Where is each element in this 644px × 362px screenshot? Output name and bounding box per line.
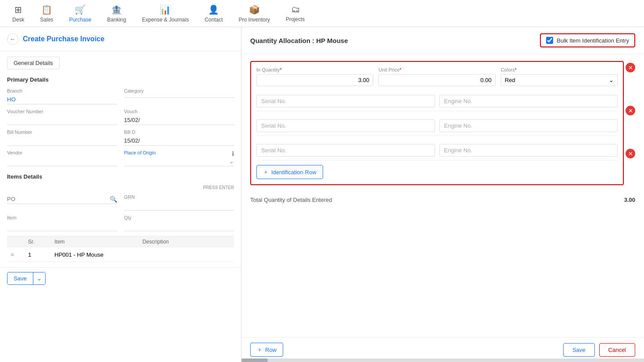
save-split-button[interactable]: Save ⌄ [7, 272, 46, 285]
item-field[interactable]: Item [7, 215, 117, 231]
vouch-date-field: Vouch 15/02/ [124, 109, 234, 125]
item-label: Item [7, 215, 117, 220]
nav-banking[interactable]: 🏦 Banking [99, 0, 134, 27]
modal-title: Quantity Allocation : HP Mouse [250, 37, 348, 44]
bill-date-label: Bill D [124, 129, 234, 135]
total-value: 3.00 [624, 197, 635, 203]
category-label: Category [124, 88, 234, 93]
add-row-plus-icon: ＋ [257, 346, 263, 354]
qty-input[interactable] [124, 222, 234, 231]
expense-icon: 📊 [160, 4, 171, 15]
modal-body: In Quantity* Unit Price* [241, 54, 644, 337]
modal-cancel-button[interactable]: Cancel [599, 343, 635, 357]
place-of-origin-field[interactable]: Place of Origin ⌄ ℹ [124, 150, 234, 166]
id-row-3 [256, 140, 618, 161]
qty-field[interactable]: Qty [124, 215, 234, 231]
qty-label: Qty [124, 215, 234, 220]
serial-no-input-3[interactable] [256, 144, 435, 157]
alloc-top-row: In Quantity* Unit Price* [256, 67, 618, 86]
bill-date-value: 15/02/ [124, 136, 234, 146]
grn-field[interactable]: GRN [124, 194, 234, 211]
col-drag [11, 239, 28, 245]
in-quantity-input[interactable] [256, 74, 373, 86]
top-navigation: ⊞ Desk 📋 Sales 🛒 Purchase 🏦 Banking 📊 Ex… [0, 0, 644, 27]
items-details-title: Items Details [7, 173, 234, 180]
colors-value: Red [505, 77, 515, 83]
horizontal-scrollbar[interactable] [241, 358, 644, 362]
colors-label: Colors* [501, 67, 618, 72]
place-of-origin-label: Place of Origin [124, 150, 234, 155]
bulk-item-identification-checkbox[interactable] [546, 37, 553, 44]
nav-desk[interactable]: ⊞ Desk [4, 0, 32, 27]
colors-caret-icon: ⌄ [609, 77, 614, 83]
close-row-1-button[interactable]: ✕ [626, 63, 635, 72]
page-header: ← Create Purchase Invoice [0, 27, 241, 51]
id-row-2 [256, 116, 618, 136]
grn-input[interactable] [124, 201, 234, 211]
footer-actions: Save Cancel [563, 343, 635, 357]
col-sr: Sr. [28, 239, 54, 245]
plus-icon: ＋ [263, 168, 269, 176]
row-item: HP001 - HP Mouse [54, 251, 143, 258]
nav-projects[interactable]: 🗂 Projects [278, 0, 313, 27]
colors-select[interactable]: Red ⌄ [501, 74, 618, 86]
engine-no-input-1[interactable] [439, 95, 618, 108]
projects-icon: 🗂 [291, 4, 300, 14]
voucher-number-input[interactable] [7, 115, 117, 125]
po-field[interactable]: 🔍 [7, 194, 117, 211]
total-row: Total Quantity of Details Entered 3.00 [250, 192, 635, 208]
bill-date-field: Bill D 15/02/ [124, 129, 234, 146]
close-row-2-button[interactable]: ✕ [626, 106, 635, 115]
page-title: Create Purchase Invoice [23, 35, 104, 43]
in-quantity-field: In Quantity* [256, 67, 373, 86]
po-search-icon[interactable]: 🔍 [110, 196, 117, 203]
drag-handle-icon[interactable]: ≡ [11, 251, 28, 258]
serial-no-input-1[interactable] [256, 95, 435, 108]
primary-details-title: Primary Details [7, 76, 234, 83]
place-of-origin-info-icon[interactable]: ℹ [232, 150, 234, 157]
save-dropdown-caret[interactable]: ⌄ [33, 272, 45, 284]
unit-price-label: Unit Price* [378, 67, 495, 72]
scrollbar-thumb[interactable] [241, 358, 268, 362]
general-details-button[interactable]: General Details [7, 57, 60, 69]
bill-number-input[interactable] [7, 136, 117, 146]
back-button[interactable]: ← [7, 33, 18, 45]
item-input[interactable] [7, 222, 117, 231]
side-close-buttons: ✕ ✕ ✕ [626, 61, 635, 192]
id-row-1 [256, 91, 618, 111]
table-row: ≡ 1 HP001 - HP Mouse [7, 247, 234, 262]
unit-price-input[interactable] [378, 74, 495, 86]
nav-sales[interactable]: 📋 Sales [32, 0, 61, 27]
vendor-input[interactable] [7, 157, 117, 166]
sales-icon: 📋 [41, 4, 52, 15]
add-row-button[interactable]: ＋ Row [250, 343, 283, 357]
modal-save-button[interactable]: Save [563, 343, 595, 357]
engine-no-input-2[interactable] [439, 119, 618, 132]
right-panel: Quantity Allocation : HP Mouse Bulk Item… [241, 27, 644, 362]
branch-label: Branch [7, 88, 117, 93]
engine-no-input-3[interactable] [439, 144, 618, 157]
nav-pro-inventory[interactable]: 📦 Pro Inventory [231, 0, 278, 27]
vouch-date-value: 15/02/ [124, 115, 234, 125]
desk-icon: ⊞ [14, 4, 22, 15]
vendor-field[interactable]: Vendor [7, 150, 117, 166]
save-button[interactable]: Save [7, 272, 33, 284]
place-of-origin-caret: ⌄ [229, 158, 234, 165]
po-input[interactable] [7, 194, 117, 204]
unit-price-field: Unit Price* [378, 67, 495, 86]
in-quantity-label: In Quantity* [256, 67, 373, 72]
nav-expense[interactable]: 📊 Expense & Journals [134, 0, 197, 27]
bill-number-field[interactable]: Bill Number [7, 129, 117, 146]
nav-purchase[interactable]: 🛒 Purchase [61, 0, 99, 27]
contact-icon: 👤 [208, 4, 219, 15]
branch-value: HO [7, 95, 117, 104]
grn-label: GRN [124, 194, 234, 200]
serial-no-input-2[interactable] [256, 119, 435, 132]
nav-contact[interactable]: 👤 Contact [197, 0, 230, 27]
press-enter-label: PRESS ENTER [7, 185, 234, 190]
allocation-area: In Quantity* Unit Price* [250, 61, 624, 185]
voucher-number-field[interactable]: Voucher Number [7, 109, 117, 125]
add-identification-row-button[interactable]: ＋ Identification Row [256, 165, 323, 179]
close-row-3-button[interactable]: ✕ [626, 149, 635, 158]
pro-inventory-icon: 📦 [249, 4, 260, 15]
